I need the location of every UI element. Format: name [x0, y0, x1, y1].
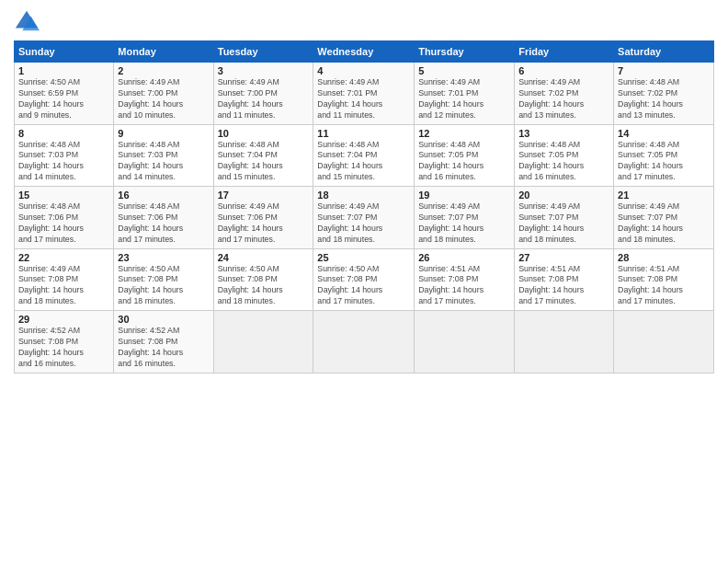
day-number: 26 — [418, 252, 510, 263]
page: SundayMondayTuesdayWednesdayThursdayFrid… — [0, 0, 728, 563]
day-detail: Sunrise: 4:49 AMSunset: 7:07 PMDaylight:… — [618, 201, 710, 246]
calendar-cell — [415, 311, 515, 373]
calendar-week-4: 22Sunrise: 4:49 AMSunset: 7:08 PMDayligh… — [15, 248, 714, 311]
calendar-cell: 8Sunrise: 4:48 AMSunset: 7:03 PMDaylight… — [15, 124, 114, 187]
calendar-cell: 5Sunrise: 4:49 AMSunset: 7:01 PMDaylight… — [415, 63, 515, 125]
day-number: 12 — [418, 128, 510, 139]
calendar-cell — [213, 311, 313, 373]
calendar-cell: 23Sunrise: 4:50 AMSunset: 7:08 PMDayligh… — [114, 248, 213, 311]
day-number: 20 — [518, 190, 609, 201]
day-detail: Sunrise: 4:50 AMSunset: 7:08 PMDaylight:… — [218, 264, 310, 308]
day-number: 29 — [18, 314, 109, 325]
calendar-cell: 24Sunrise: 4:50 AMSunset: 7:08 PMDayligh… — [213, 248, 313, 311]
day-number: 13 — [518, 128, 609, 139]
day-detail: Sunrise: 4:51 AMSunset: 7:08 PMDaylight:… — [418, 264, 510, 308]
day-detail: Sunrise: 4:50 AMSunset: 7:08 PMDaylight:… — [317, 264, 410, 308]
day-detail: Sunrise: 4:49 AMSunset: 7:02 PMDaylight:… — [518, 77, 609, 121]
day-number: 7 — [618, 65, 710, 76]
day-detail: Sunrise: 4:50 AMSunset: 6:59 PMDaylight:… — [18, 77, 109, 121]
calendar-cell: 10Sunrise: 4:48 AMSunset: 7:04 PMDayligh… — [213, 124, 313, 187]
day-detail: Sunrise: 4:48 AMSunset: 7:05 PMDaylight:… — [418, 140, 510, 184]
day-number: 15 — [18, 190, 109, 201]
day-number: 2 — [118, 65, 209, 76]
day-detail: Sunrise: 4:49 AMSunset: 7:01 PMDaylight:… — [418, 77, 510, 121]
day-number: 1 — [18, 65, 109, 76]
day-detail: Sunrise: 4:49 AMSunset: 7:07 PMDaylight:… — [518, 201, 609, 246]
weekday-header-friday: Friday — [515, 41, 614, 63]
day-number: 19 — [418, 190, 510, 201]
day-detail: Sunrise: 4:48 AMSunset: 7:05 PMDaylight:… — [518, 140, 609, 184]
calendar-cell: 13Sunrise: 4:48 AMSunset: 7:05 PMDayligh… — [515, 124, 614, 187]
calendar-cell — [614, 311, 714, 373]
day-number: 22 — [18, 252, 109, 263]
day-number: 25 — [317, 252, 410, 263]
calendar-week-2: 8Sunrise: 4:48 AMSunset: 7:03 PMDaylight… — [15, 124, 714, 187]
day-detail: Sunrise: 4:50 AMSunset: 7:08 PMDaylight:… — [118, 264, 209, 308]
day-detail: Sunrise: 4:48 AMSunset: 7:02 PMDaylight:… — [618, 77, 710, 121]
day-number: 23 — [118, 252, 209, 263]
calendar-cell: 1Sunrise: 4:50 AMSunset: 6:59 PMDaylight… — [15, 63, 114, 125]
weekday-header-thursday: Thursday — [415, 41, 515, 63]
calendar-cell: 7Sunrise: 4:48 AMSunset: 7:02 PMDaylight… — [614, 63, 714, 125]
calendar-cell: 19Sunrise: 4:49 AMSunset: 7:07 PMDayligh… — [415, 187, 515, 249]
day-detail: Sunrise: 4:49 AMSunset: 7:00 PMDaylight:… — [218, 77, 310, 121]
calendar-week-3: 15Sunrise: 4:48 AMSunset: 7:06 PMDayligh… — [15, 187, 714, 249]
day-number: 14 — [618, 128, 710, 139]
calendar-cell: 28Sunrise: 4:51 AMSunset: 7:08 PMDayligh… — [614, 248, 714, 311]
day-number: 4 — [317, 65, 410, 76]
day-number: 8 — [18, 128, 109, 139]
calendar-cell — [515, 311, 614, 373]
day-detail: Sunrise: 4:48 AMSunset: 7:03 PMDaylight:… — [18, 140, 109, 184]
calendar-cell: 16Sunrise: 4:48 AMSunset: 7:06 PMDayligh… — [114, 187, 213, 249]
day-detail: Sunrise: 4:48 AMSunset: 7:03 PMDaylight:… — [118, 140, 209, 184]
calendar-cell: 20Sunrise: 4:49 AMSunset: 7:07 PMDayligh… — [515, 187, 614, 249]
calendar-cell — [313, 311, 415, 373]
weekday-header-monday: Monday — [114, 41, 213, 63]
calendar-cell: 12Sunrise: 4:48 AMSunset: 7:05 PMDayligh… — [415, 124, 515, 187]
calendar-body: 1Sunrise: 4:50 AMSunset: 6:59 PMDaylight… — [15, 63, 714, 373]
calendar-cell: 6Sunrise: 4:49 AMSunset: 7:02 PMDaylight… — [515, 63, 614, 125]
logo — [14, 9, 43, 35]
calendar-cell: 27Sunrise: 4:51 AMSunset: 7:08 PMDayligh… — [515, 248, 614, 311]
day-detail: Sunrise: 4:52 AMSunset: 7:08 PMDaylight:… — [18, 326, 109, 370]
weekday-header-tuesday: Tuesday — [213, 41, 313, 63]
calendar-cell: 30Sunrise: 4:52 AMSunset: 7:08 PMDayligh… — [114, 311, 213, 373]
weekday-header-wednesday: Wednesday — [313, 41, 415, 63]
day-number: 10 — [218, 128, 310, 139]
day-detail: Sunrise: 4:49 AMSunset: 7:07 PMDaylight:… — [418, 201, 510, 246]
calendar-cell: 4Sunrise: 4:49 AMSunset: 7:01 PMDaylight… — [313, 63, 415, 125]
calendar-header: SundayMondayTuesdayWednesdayThursdayFrid… — [15, 41, 714, 63]
day-number: 6 — [518, 65, 609, 76]
weekday-header-row: SundayMondayTuesdayWednesdayThursdayFrid… — [15, 41, 714, 63]
day-detail: Sunrise: 4:52 AMSunset: 7:08 PMDaylight:… — [118, 326, 209, 370]
day-detail: Sunrise: 4:48 AMSunset: 7:05 PMDaylight:… — [618, 140, 710, 184]
day-detail: Sunrise: 4:49 AMSunset: 7:01 PMDaylight:… — [317, 77, 410, 121]
day-number: 21 — [618, 190, 710, 201]
day-detail: Sunrise: 4:51 AMSunset: 7:08 PMDaylight:… — [518, 264, 609, 308]
calendar-cell: 18Sunrise: 4:49 AMSunset: 7:07 PMDayligh… — [313, 187, 415, 249]
day-number: 16 — [118, 190, 209, 201]
calendar-cell: 14Sunrise: 4:48 AMSunset: 7:05 PMDayligh… — [614, 124, 714, 187]
day-number: 9 — [118, 128, 209, 139]
calendar-cell: 21Sunrise: 4:49 AMSunset: 7:07 PMDayligh… — [614, 187, 714, 249]
day-number: 27 — [518, 252, 609, 263]
day-detail: Sunrise: 4:49 AMSunset: 7:06 PMDaylight:… — [218, 201, 310, 246]
calendar-week-5: 29Sunrise: 4:52 AMSunset: 7:08 PMDayligh… — [15, 311, 714, 373]
day-number: 30 — [118, 314, 209, 325]
day-detail: Sunrise: 4:48 AMSunset: 7:04 PMDaylight:… — [317, 140, 410, 184]
day-detail: Sunrise: 4:51 AMSunset: 7:08 PMDaylight:… — [618, 264, 710, 308]
calendar-cell: 26Sunrise: 4:51 AMSunset: 7:08 PMDayligh… — [415, 248, 515, 311]
day-number: 5 — [418, 65, 510, 76]
day-number: 11 — [317, 128, 410, 139]
calendar-cell: 17Sunrise: 4:49 AMSunset: 7:06 PMDayligh… — [213, 187, 313, 249]
calendar-cell: 22Sunrise: 4:49 AMSunset: 7:08 PMDayligh… — [15, 248, 114, 311]
day-detail: Sunrise: 4:49 AMSunset: 7:08 PMDaylight:… — [18, 264, 109, 308]
day-number: 24 — [218, 252, 310, 263]
calendar-cell: 25Sunrise: 4:50 AMSunset: 7:08 PMDayligh… — [313, 248, 415, 311]
day-detail: Sunrise: 4:49 AMSunset: 7:07 PMDaylight:… — [317, 201, 410, 246]
calendar-cell: 2Sunrise: 4:49 AMSunset: 7:00 PMDaylight… — [114, 63, 213, 125]
header — [14, 9, 714, 35]
day-number: 18 — [317, 190, 410, 201]
calendar-cell: 9Sunrise: 4:48 AMSunset: 7:03 PMDaylight… — [114, 124, 213, 187]
day-detail: Sunrise: 4:48 AMSunset: 7:06 PMDaylight:… — [18, 201, 109, 246]
